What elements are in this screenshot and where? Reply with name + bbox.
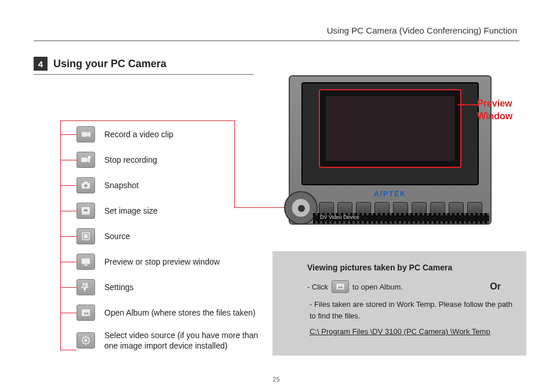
list-item: Settings xyxy=(77,279,272,295)
icon-label: Settings xyxy=(104,283,134,292)
section-heading: 4 Using your PC Camera xyxy=(34,57,166,71)
preview-window xyxy=(326,96,454,161)
callout-line xyxy=(60,313,77,313)
snapshot-icon xyxy=(77,177,95,193)
icon-label: Source xyxy=(104,232,130,241)
svg-rect-4 xyxy=(88,156,91,159)
click-prefix: - Click xyxy=(307,283,328,291)
svg-rect-9 xyxy=(83,209,88,212)
list-item: Set image size xyxy=(77,203,272,219)
toolbar-legend: Record a video clip Stop recording Snaps… xyxy=(77,126,272,351)
preview-window-frame xyxy=(319,89,461,168)
list-item: Source xyxy=(77,228,272,244)
callout-line xyxy=(60,120,61,350)
icon-label: Snapshot xyxy=(104,181,139,190)
svg-rect-0 xyxy=(82,132,87,137)
callout-line xyxy=(60,120,234,121)
callout-line xyxy=(60,350,77,350)
svg-rect-2 xyxy=(82,157,87,162)
icon-label: Preview or stop preview window xyxy=(104,257,220,266)
callout-line xyxy=(60,185,77,186)
or-text: Or xyxy=(490,281,501,292)
preview-icon xyxy=(77,254,95,270)
monitor-face xyxy=(301,82,479,185)
record-icon xyxy=(77,126,95,142)
stop-icon xyxy=(77,152,95,168)
svg-point-17 xyxy=(85,339,88,342)
list-item: Select video source (if you have more th… xyxy=(77,330,272,351)
icon-label: Set image size xyxy=(104,206,158,215)
brand-label: AIPTEK xyxy=(290,190,490,198)
section-title: Using your PC Camera xyxy=(53,58,166,70)
list-item: Preview or stop preview window xyxy=(77,254,272,270)
film-label: DV Video Device xyxy=(320,214,359,220)
infobox-title: Viewing pictures taken by PC Camera xyxy=(307,263,516,272)
svg-rect-13 xyxy=(85,265,88,266)
callout-line xyxy=(60,236,77,237)
click-suffix: to open Album. xyxy=(352,283,403,291)
svg-rect-18 xyxy=(336,284,344,289)
callout-line xyxy=(60,211,77,211)
image-size-icon xyxy=(77,203,95,219)
icon-label: Stop recording xyxy=(104,155,157,164)
svg-marker-1 xyxy=(88,132,90,137)
breadcrumb: Using PC Camera (Video Conferencing) Fun… xyxy=(327,25,517,35)
svg-rect-11 xyxy=(84,235,88,238)
viewing-pictures-box: Viewing pictures taken by PC Camera - Cl… xyxy=(272,251,526,356)
icon-label: Open Album (where stores the files taken… xyxy=(104,308,256,317)
icon-label: Select video source (if you have more th… xyxy=(104,330,272,351)
list-item: Record a video clip xyxy=(77,126,272,142)
callout-line xyxy=(458,104,478,105)
list-item: Stop recording xyxy=(77,152,272,168)
album-icon xyxy=(332,280,349,293)
section-number-badge: 4 xyxy=(34,57,48,71)
infobox-stored-text: - Files taken are stored in Work Temp. P… xyxy=(310,299,516,321)
settings-icon xyxy=(77,279,95,295)
list-item: Snapshot xyxy=(77,177,272,193)
select-source-icon xyxy=(77,332,95,349)
section-rule xyxy=(34,74,254,75)
infobox-row: - Click to open Album. Or xyxy=(307,280,516,293)
icon-label: Record a video clip xyxy=(104,130,173,139)
svg-rect-7 xyxy=(84,182,88,184)
list-item: Open Album (where stores the files taken… xyxy=(77,305,272,321)
work-temp-path: C:\ Program Files \DV 3100 (PC Camera) \… xyxy=(310,327,516,336)
callout-line xyxy=(60,287,77,288)
page-number: 25 xyxy=(0,376,553,383)
callout-line xyxy=(60,160,77,160)
callout-text: Window xyxy=(477,111,512,122)
monitor-illustration: AIPTEK xyxy=(289,75,492,225)
svg-point-6 xyxy=(84,184,88,188)
source-icon xyxy=(77,228,95,244)
svg-rect-12 xyxy=(82,259,90,264)
callout-line xyxy=(60,262,77,262)
album-icon xyxy=(77,305,95,321)
callout-line xyxy=(60,134,77,135)
callout-text: Preview xyxy=(477,98,512,109)
header-rule xyxy=(34,41,519,41)
